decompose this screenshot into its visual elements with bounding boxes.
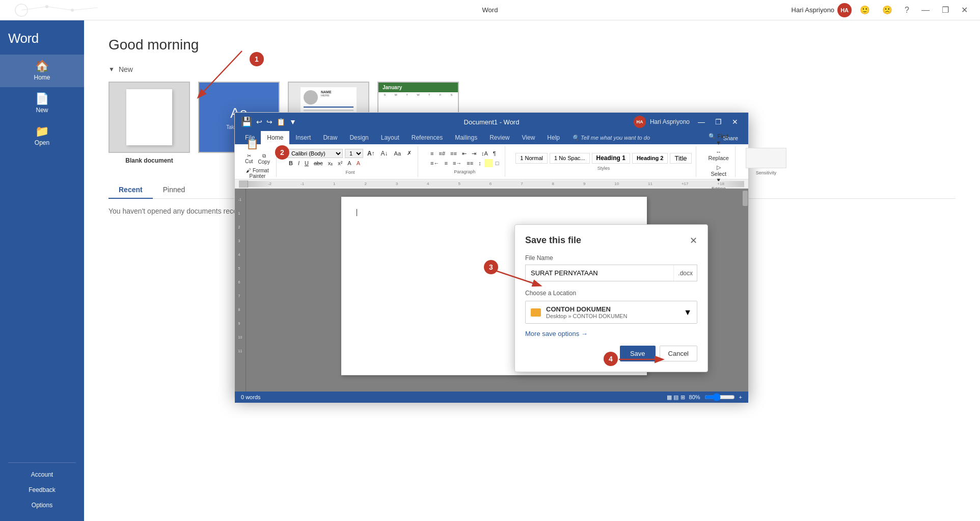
italic-button[interactable]: I [296,159,302,167]
superscript-button[interactable]: x² [336,159,344,167]
underline-button[interactable]: U [303,159,311,167]
folder-icon [531,308,541,317]
sidebar-item-home-label: Home [34,74,50,81]
paste-button[interactable]: 📋 [243,137,262,151]
word-tab-review[interactable]: Review [483,131,515,144]
word-tab-insert[interactable]: Insert [289,131,317,144]
style-nospace-button[interactable]: 1 No Spac... [550,153,590,164]
sort-button[interactable]: ↕A [479,149,490,158]
cut-button[interactable]: ✂ Cut [243,152,255,166]
file-name-row: .docx [525,265,697,281]
font-grow-button[interactable]: A↑ [365,149,377,158]
scrollbar-thumb[interactable] [743,191,748,206]
file-extension: .docx [673,266,697,281]
bullets-button[interactable]: ≡ [428,149,435,158]
dialog-close-button[interactable]: ✕ [690,235,697,246]
word-maximize-button[interactable]: ❐ [711,117,726,127]
increase-indent-button[interactable]: ⇥ [470,149,478,158]
font-name-select[interactable]: Calibri (Body) [287,149,343,158]
numbering-button[interactable]: ≡# [437,149,448,158]
status-right: ▦ ▤ ⊞ 80% + [667,393,742,401]
more-save-options-link[interactable]: More save options → [525,330,697,337]
file-name-input[interactable] [526,265,673,281]
style-heading2-button[interactable]: Heading 2 [632,153,668,164]
blank-page-preview [126,89,172,145]
tab-recent[interactable]: Recent [108,181,153,199]
tell-me-box[interactable]: 🔍 Tell me what you want to do [572,135,650,141]
zoom-slider[interactable] [704,393,735,401]
font-size-select[interactable]: 11 [345,149,363,158]
maximize-button[interactable]: ❐ [938,3,953,17]
clear-format-button[interactable]: ✗ [405,149,414,158]
word-tab-mailings[interactable]: Mailings [449,131,483,144]
word-tab-references[interactable]: References [405,131,449,144]
style-heading1-button[interactable]: Heading 1 [592,153,630,164]
location-text: CONTOH DOKUMEN Desktop » CONTOH DOKUMEN [546,305,678,319]
strikethrough-button[interactable]: abc [312,159,325,167]
location-picker[interactable]: CONTOH DOKUMEN Desktop » CONTOH DOKUMEN … [525,301,697,324]
change-case-button[interactable]: Aa [392,149,403,158]
cancel-button[interactable]: Cancel [660,346,697,361]
greeting: Good morning [108,37,956,53]
subscript-button[interactable]: x₂ [326,159,335,168]
close-button[interactable]: ✕ [957,3,972,17]
happy-icon[interactable]: 🙂 [856,3,874,17]
font-color-button[interactable]: A [355,159,362,167]
ruler-bar: -2 -1 1 2 3 4 5 6 7 8 9 10 11 +17 +18 [248,181,744,187]
template-blank[interactable]: Blank document [108,82,190,165]
align-right-button[interactable]: ≡→ [451,159,464,167]
vertical-scrollbar[interactable] [742,189,748,392]
svg-point-2 [71,9,74,12]
minimize-button[interactable]: — [917,4,934,17]
multilevel-list-button[interactable]: ≡≡ [448,149,459,158]
decrease-indent-button[interactable]: ⇤ [460,149,469,158]
word-ruler: -2 -1 1 2 3 4 5 6 7 8 9 10 11 +17 +18 [235,179,748,189]
show-hide-button[interactable]: ¶ [491,149,498,158]
word-tab-layout[interactable]: Layout [375,131,405,144]
copy-button[interactable]: ⧉ Copy [256,152,272,166]
font-shrink-button[interactable]: A↓ [379,149,390,158]
shading-button[interactable] [484,159,493,167]
new-section-label: New [119,65,133,73]
word-user-name: Hari Aspriyono [650,118,690,125]
help-button[interactable]: ? [901,4,913,17]
replace-button[interactable]: ↔ Replace [706,148,731,162]
word-close-button[interactable]: ✕ [728,117,742,127]
justify-button[interactable]: ≡≡ [465,159,475,167]
align-left-button[interactable]: ≡← [428,159,441,167]
word-minimize-button[interactable]: — [694,117,709,127]
word-ribbon-tabs: File Home Insert Draw Design Layout Refe… [235,131,748,144]
style-title-button[interactable]: Title [670,153,691,164]
sensitivity-label: Sensitivity [756,170,777,175]
tab-pinned[interactable]: Pinned [153,181,196,199]
cursor [357,209,357,216]
user-info: Hari Aspriyono HA [792,3,852,17]
styles-label: Styles [597,166,610,171]
toolbar-editing: 🔍 Find ▼ ↔ Replace ▷ Select ▼ Editing [702,146,736,177]
find-button[interactable]: 🔍 Find ▼ [706,132,731,147]
sidebar-item-new[interactable]: 📄 New [0,87,84,120]
save-button[interactable]: Save [620,346,656,361]
word-tab-view[interactable]: View [516,131,541,144]
line-spacing-button[interactable]: ↕ [476,159,483,167]
text-highlight-button[interactable]: A [345,159,353,167]
sidebar-item-open[interactable]: 📁 Open [0,120,84,152]
zoom-in-button[interactable]: + [739,394,742,400]
new-section-header[interactable]: ▼ New [108,65,956,73]
word-tab-design[interactable]: Design [343,131,374,144]
sidebar-item-home[interactable]: 🏠 Home [0,55,84,87]
format-painter-button[interactable]: 🖌 Format Painter [243,167,272,180]
align-center-button[interactable]: ≡ [443,159,450,167]
sidebar-item-account[interactable]: Account [0,467,84,482]
style-normal-button[interactable]: 1 Normal [515,153,548,164]
sidebar-item-feedback[interactable]: Feedback [0,482,84,498]
word-tab-draw[interactable]: Draw [317,131,343,144]
word-tab-help[interactable]: Help [541,131,566,144]
user-avatar[interactable]: HA [837,3,852,17]
sad-icon[interactable]: 🙁 [878,3,896,17]
bold-button[interactable]: B [287,159,295,167]
sensitivity-control[interactable] [746,148,786,168]
sidebar-item-options[interactable]: Options [0,498,84,513]
toolbar-sensitivity: Sensitivity [742,146,791,177]
borders-button[interactable]: □ [494,159,501,167]
